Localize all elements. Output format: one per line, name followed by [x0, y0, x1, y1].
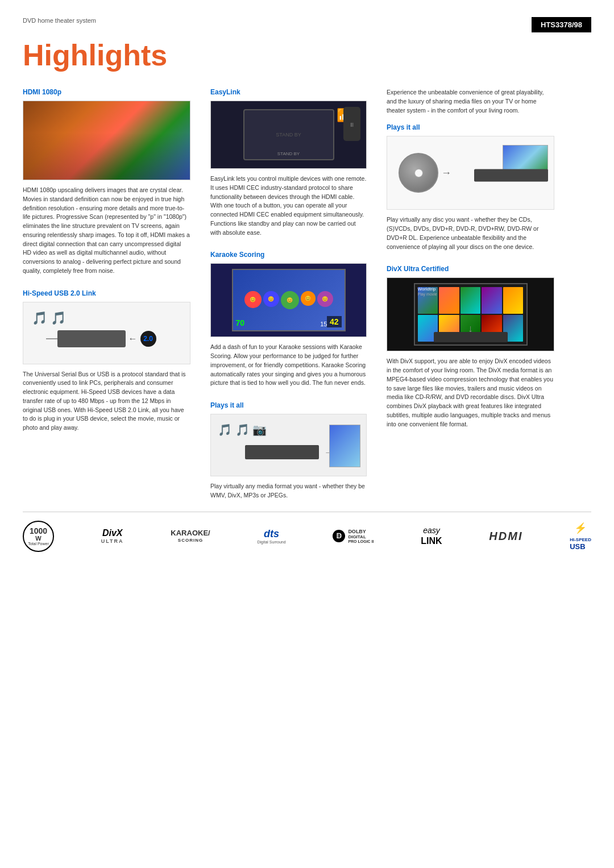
dolby-text-group: DOLBY DIGITAL PRO LOGIC II — [348, 529, 374, 543]
hispeed-text: HI-SPEED — [570, 537, 591, 542]
left-column: HDMI 1080p HDMI 1080p upscaling delivers… — [23, 88, 193, 500]
plays-media-text: Play virtually any media format you want… — [210, 482, 367, 500]
disc-arrow-icon: → — [441, 167, 451, 179]
page-title: Highlights — [23, 38, 591, 72]
link-word: LINK — [421, 535, 442, 546]
usb-title: Hi-Speed USB 2.0 Link — [23, 289, 190, 297]
prologic-word: PRO LOGIC II — [348, 539, 374, 543]
divx-text: With DivX support, you are able to enjoy… — [387, 357, 554, 429]
easylink-title: EasyLink — [210, 88, 367, 96]
disc-player — [474, 169, 548, 182]
top-bar: DVD home theater system HTS3378/98 — [23, 17, 591, 32]
divx-title-text: WorldtripPlay movie — [415, 284, 440, 299]
middle-column: EasyLink STAND BY 📶 ||| EasyLink lets yo… — [210, 88, 370, 500]
hdmi-text: HDMI 1080p upscaling delivers images tha… — [23, 186, 190, 276]
karaoke-image: 😊 😊 😊 😊 😊 42 70 15 — [210, 263, 367, 337]
divx-logo-text: DivX — [102, 528, 123, 538]
logo-usb: ⚡ HI-SPEED USB — [570, 522, 591, 551]
divx-thumb-3 — [460, 287, 481, 314]
logo-1000w: 1000 W Total Power — [23, 521, 54, 552]
dts-text: dts — [264, 528, 279, 540]
usb-text: The Universal Serial Bus or USB is a pro… — [23, 370, 190, 433]
disc-hole — [414, 169, 423, 177]
karaoke-screen: 😊 😊 😊 😊 😊 42 70 15 — [232, 269, 346, 331]
logos-bar: 1000 W Total Power DivX ULTRA KARAOKE/ S… — [23, 512, 591, 552]
watts-label: Total Power — [28, 542, 49, 546]
main-content: HDMI 1080p HDMI 1080p upscaling delivers… — [23, 88, 591, 500]
karaoke-score-left: 70 — [236, 318, 245, 327]
right-column: Experience the unbeatable convenience of… — [387, 88, 557, 500]
karaoke-word: KARAOKE/ — [171, 529, 210, 538]
easy-word: easy — [423, 526, 440, 535]
divx-title: DivX Ultra Certified — [387, 265, 554, 273]
product-category: DVD home theater system — [23, 17, 96, 24]
karaoke-title: Karaoke Scoring — [210, 251, 367, 259]
logo-divx: DivX ULTRA — [101, 528, 124, 544]
easylink-image: STAND BY 📶 ||| — [210, 101, 367, 169]
logo-dts: dts Digital Surround — [257, 528, 285, 544]
plays-media-image: 🎵 🎵 📷 → — [210, 414, 367, 476]
usb-text-group: HI-SPEED USB — [570, 537, 591, 551]
usb-device-shape — [57, 330, 126, 347]
remote-shape: ||| — [343, 107, 360, 141]
logo-karaoke: KARAOKE/ SCORING — [171, 529, 210, 543]
watts-unit: W — [35, 535, 41, 542]
hdmi-logo-text: HDMI — [489, 530, 522, 543]
plays-device — [245, 445, 319, 459]
usb-badge: 2.0 — [140, 331, 156, 347]
karaoke-characters: 😊 😊 😊 😊 😊 — [244, 291, 333, 309]
logo-dolby: 𝔻 DOLBY DIGITAL PRO LOGIC II — [333, 529, 374, 543]
plays-disc-title: Plays it all — [387, 123, 554, 131]
media-icons: 🎵 🎵 📷 — [218, 423, 267, 437]
easylink-tv: STAND BY — [243, 109, 334, 160]
usb-image: 🎵 🎵 ← 2.0 — [23, 302, 190, 364]
dolby-word: DOLBY — [348, 529, 374, 534]
logo-easylink: easy LINK — [421, 526, 442, 546]
karaoke-score-right: 42 — [327, 316, 342, 327]
plays-media-title: Plays it all — [210, 401, 367, 409]
karaoke-score-mid: 15 — [320, 321, 327, 327]
divx-thumb-4 — [482, 287, 502, 314]
dolby-badge: 𝔻 DOLBY DIGITAL PRO LOGIC II — [333, 529, 374, 543]
divx-thumb-2 — [439, 287, 459, 314]
karaoke-logo-text: KARAOKE/ SCORING — [171, 529, 210, 543]
dts-sub: Digital Surround — [257, 540, 285, 544]
standby-text: STAND BY — [276, 132, 301, 138]
disc-shape — [399, 153, 438, 193]
usb-icon: ⚡ — [574, 522, 587, 534]
scoring-word: SCORING — [171, 538, 210, 543]
right-intro-text: Experience the unbeatable convenience of… — [387, 88, 554, 115]
plays-photo — [329, 425, 360, 467]
divx-thumb-5 — [503, 287, 524, 314]
divx-image: WorldtripPlay movie ↓ — [387, 277, 554, 351]
usb-media-icons: 🎵 🎵 — [32, 311, 66, 326]
dolby-symbol: 𝔻 — [333, 530, 345, 542]
hdmi-image — [23, 101, 190, 180]
hdmi-title: HDMI 1080p — [23, 88, 190, 96]
usb-text: USB — [570, 542, 591, 551]
karaoke-text: Add a dash of fun to your Karaoke sessio… — [210, 343, 367, 388]
divx-ultra-text: ULTRA — [101, 538, 124, 544]
watts-number: 1000 — [30, 527, 47, 535]
divx-player-bar — [434, 332, 508, 342]
digital-word: DIGITAL — [348, 534, 374, 539]
plays-disc-image: → — [387, 136, 554, 210]
model-badge: HTS3378/98 — [532, 17, 591, 32]
logo-hdmi: HDMI — [489, 530, 522, 543]
1000w-badge: 1000 W Total Power — [23, 521, 54, 552]
arrow-icon: ← — [128, 334, 138, 344]
plays-disc-text: Play virtually any disc you want - wheth… — [387, 215, 554, 251]
easylink-text: EasyLink lets you control multiple devic… — [210, 175, 367, 237]
